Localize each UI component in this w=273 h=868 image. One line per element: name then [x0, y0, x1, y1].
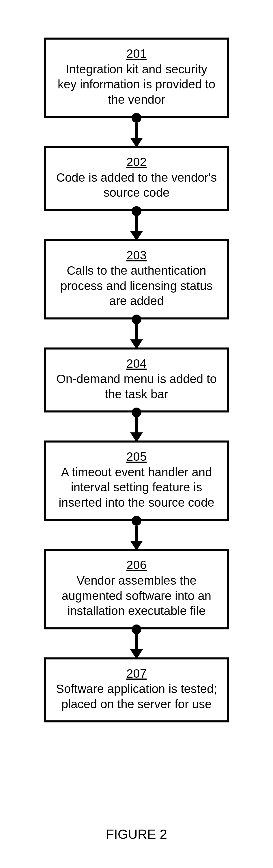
- connector-shaft: [135, 123, 138, 138]
- step-text: Vendor assembles the augmented software …: [55, 573, 218, 619]
- step-box-204: 204 On-demand menu is added to the task …: [44, 347, 229, 413]
- connector-shaft: [135, 324, 138, 339]
- connector-dot-icon: [132, 516, 141, 526]
- connector-shaft: [135, 216, 138, 231]
- step-box-203: 203 Calls to the authentication process …: [44, 239, 229, 319]
- connector-dot-icon: [132, 624, 141, 634]
- step-number: 202: [55, 154, 218, 170]
- step-box-206: 206 Vendor assembles the augmented softw…: [44, 549, 229, 629]
- step-box-201: 201 Integration kit and security key inf…: [44, 37, 229, 118]
- connector-shaft: [135, 417, 138, 432]
- connector-arrow: [130, 629, 143, 657]
- step-number: 203: [55, 248, 218, 264]
- connector-arrow: [130, 319, 143, 347]
- flowchart: 201 Integration kit and security key inf…: [41, 37, 232, 722]
- connector-arrow: [130, 521, 143, 549]
- step-number: 204: [55, 356, 218, 372]
- connector-arrow: [130, 118, 143, 146]
- step-text: Software application is tested; placed o…: [55, 681, 218, 712]
- figure-label: FIGURE 2: [0, 827, 273, 842]
- step-number: 207: [55, 666, 218, 682]
- connector-arrow: [130, 412, 143, 440]
- connector-dot-icon: [132, 113, 141, 123]
- connector-shaft: [135, 634, 138, 649]
- connector-shaft: [135, 526, 138, 541]
- step-text: Code is added to the vendor's source cod…: [55, 170, 218, 200]
- step-text: On-demand menu is added to the task bar: [55, 371, 218, 402]
- step-number: 205: [55, 449, 218, 465]
- connector-dot-icon: [132, 408, 141, 417]
- step-text: Integration kit and security key informa…: [55, 62, 218, 107]
- connector-dot-icon: [132, 315, 141, 324]
- step-box-205: 205 A timeout event handler and interval…: [44, 440, 229, 521]
- step-number: 201: [55, 46, 218, 62]
- step-number: 206: [55, 557, 218, 573]
- step-box-202: 202 Code is added to the vendor's source…: [44, 146, 229, 211]
- step-box-207: 207 Software application is tested; plac…: [44, 657, 229, 723]
- page: 201 Integration kit and security key inf…: [0, 0, 273, 868]
- step-text: Calls to the authentication process and …: [55, 263, 218, 309]
- connector-dot-icon: [132, 206, 141, 216]
- step-text: A timeout event handler and interval set…: [55, 465, 218, 510]
- connector-arrow: [130, 211, 143, 239]
